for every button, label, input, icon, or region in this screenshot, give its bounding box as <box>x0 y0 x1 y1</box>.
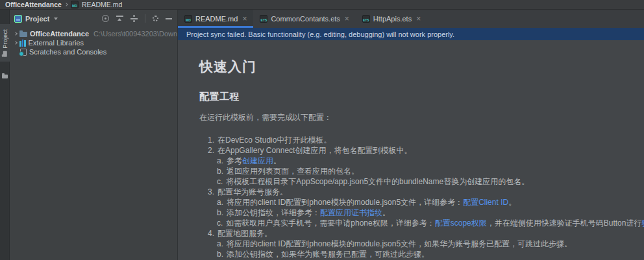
text-segment: 。 <box>508 198 516 207</box>
list-item: c.如需获取用户真实手机号，需要申请phone权限，详细参考：配置scope权限… <box>199 218 644 228</box>
file-type-label: ETS <box>261 18 267 22</box>
hide-icon[interactable] <box>166 18 172 19</box>
text-segment: 将模板工程根目录下AppScope/app.json5文件中的bundleNam… <box>226 177 529 186</box>
breadcrumb-project[interactable]: OfficeAttendance <box>5 1 62 8</box>
list-marker: a. <box>217 239 223 248</box>
sync-failed-banner: Project sync failed. Basic functionality… <box>178 28 644 40</box>
project-panel-header: Project <box>10 10 177 27</box>
tool-window-tab-project[interactable]: Project <box>0 24 10 62</box>
readme-title: 快速入门 <box>199 58 644 76</box>
list-item: a.参考创建应用。 <box>199 156 644 166</box>
chevron-down-icon[interactable] <box>54 18 58 20</box>
chevron-right-icon <box>64 3 68 6</box>
list-marker: 3. <box>208 187 214 196</box>
list-marker: b. <box>217 167 223 176</box>
list-marker: a. <box>217 198 223 207</box>
text-segment: 在AppGallery Connect创建应用，将包名配置到模板中。 <box>217 146 412 155</box>
list-marker: 4. <box>208 229 214 238</box>
text-segment: 配置地图服务。 <box>217 229 272 238</box>
file-type-label: MD <box>186 18 191 22</box>
list-item: c.将模板工程根目录下AppScope/app.json5文件中的bundleN… <box>199 176 644 187</box>
tree-row-folder[interactable]: OfficeAttendanceC:\Users\t00943203\Downl… <box>10 29 177 38</box>
readme-section-title: 配置工程 <box>199 91 644 103</box>
list-marker: b. <box>217 250 223 259</box>
scratches-icon <box>20 49 27 56</box>
readme-link[interactable]: 创建应用 <box>242 156 273 165</box>
readme-steps: 1.在DevEco Studio中打开此模板。2.在AppGallery Con… <box>199 135 644 260</box>
list-item: 2.在AppGallery Connect创建应用，将包名配置到模板中。 <box>199 145 644 156</box>
text-segment: 添加公钥指纹，如果华为账号服务已配置，可跳过此步骤。 <box>227 250 429 259</box>
close-icon[interactable]: × <box>416 15 421 23</box>
tool-window-tab-label: Project <box>1 29 8 49</box>
readme-link[interactable]: 配置scope权限 <box>435 219 487 228</box>
divider <box>145 14 145 23</box>
library-icon <box>19 40 26 47</box>
folder-icon <box>19 32 27 37</box>
project-tree: OfficeAttendanceC:\Users\t00943203\Downl… <box>10 27 177 56</box>
readme-preview: 快速入门 配置工程 在运行此模板前，需要完成以下配置： 1.在DevEco St… <box>178 40 644 260</box>
list-marker: 1. <box>208 136 214 145</box>
list-item: b.返回应用列表页面，查看应用的包名。 <box>199 166 644 176</box>
tree-row-scratches[interactable]: Scratches and Consoles <box>10 47 177 56</box>
breadcrumb: OfficeAttendance MD README.md <box>0 0 644 10</box>
text-segment: 返回应用列表页面，查看应用的包名。 <box>227 167 359 176</box>
readme-link[interactable]: 配置应用证书指纹 <box>320 208 382 217</box>
ets-file-icon: ETS <box>260 15 267 23</box>
tree-item-path: C:\Users\t00943203\Downloads\ <box>93 30 177 38</box>
text-segment: 如需获取用户真实手机号，需要申请phone权限，详细参考： <box>226 219 434 228</box>
list-item: 3.配置华为账号服务。 <box>199 187 644 197</box>
readme-link[interactable]: 验证获取手机号码 <box>641 219 644 228</box>
banner-text: Project sync failed. Basic functionality… <box>186 30 454 38</box>
readme-intro: 在运行此模板前，需要完成以下配置： <box>199 112 644 123</box>
settings-icon[interactable] <box>153 16 158 21</box>
list-marker: c. <box>217 219 223 228</box>
tool-window-strip: Project <box>0 10 10 260</box>
text-segment: 配置华为账号服务。 <box>217 187 288 196</box>
file-type-label: MD <box>72 4 77 8</box>
panel-toolbar <box>102 14 172 23</box>
tab-label: README.md <box>195 15 238 23</box>
collapse-all-icon[interactable] <box>116 15 123 22</box>
close-icon[interactable]: × <box>242 15 247 23</box>
text-segment: 添加公钥指纹，详细参考： <box>227 208 320 217</box>
project-panel: Project OfficeAttendanceC:\Users\t009432… <box>10 10 178 260</box>
chevron-right-icon[interactable] <box>14 32 18 36</box>
tree-item-label: OfficeAttendance <box>30 30 89 38</box>
breadcrumb-file[interactable]: README.md <box>82 1 122 8</box>
text-segment: 将应用的client ID配置到phone模块的module.json5文件，详… <box>227 198 463 207</box>
list-item: a.将应用的client ID配置到phone模块的module.json5文件… <box>199 197 644 207</box>
folder-icon <box>3 51 7 56</box>
text-segment: ，并在端侧使用快速验证手机号码Button进行 <box>487 219 642 228</box>
readme-link[interactable]: 配置Client ID <box>463 198 508 207</box>
project-panel-title[interactable]: Project <box>25 15 49 23</box>
file-type-label: ETS <box>363 18 369 22</box>
favorites-folder-icon[interactable] <box>2 75 8 78</box>
list-marker: b. <box>217 208 223 217</box>
project-tool-window-icon <box>14 15 22 23</box>
list-item: a.将应用的client ID配置到phone模块的module.json5文件… <box>199 239 644 249</box>
list-item: b.添加公钥指纹，详细参考：配置应用证书指纹。 <box>199 207 644 218</box>
text-segment: 在DevEco Studio中打开此模板。 <box>217 136 331 145</box>
tree-item-label: External Libraries <box>29 39 84 47</box>
tab-label: CommonContants.ets <box>271 15 340 23</box>
tree-row-library[interactable]: External Libraries <box>10 38 177 47</box>
editor-area: MDREADME.md×ETSCommonContants.ets×ETSHtt… <box>178 10 644 260</box>
chevron-right-icon[interactable] <box>14 41 18 45</box>
tab-commoncontants-ets[interactable]: ETSCommonContants.ets× <box>253 10 355 28</box>
expand-collapse-icon[interactable] <box>130 15 138 22</box>
tab-label: HttpApis.ets <box>373 15 412 23</box>
locate-icon[interactable] <box>102 15 109 22</box>
list-marker: 2. <box>208 146 214 155</box>
tab-readme-md[interactable]: MDREADME.md× <box>178 10 253 28</box>
list-marker: c. <box>217 177 223 186</box>
ets-file-icon: ETS <box>362 15 370 23</box>
tab-httpapis-ets[interactable]: ETSHttpApis.ets× <box>356 10 427 28</box>
list-marker: a. <box>217 156 223 165</box>
text-segment: 。 <box>382 208 390 217</box>
text-segment: 。 <box>273 156 281 165</box>
list-item: 4.配置地图服务。 <box>199 228 644 239</box>
close-icon[interactable]: × <box>345 15 349 23</box>
md-file-icon: MD <box>71 1 79 8</box>
ide-window: OfficeAttendance MD README.md Project Pr… <box>0 0 644 260</box>
main-area: Project Project OfficeAttendanceC:\Users… <box>0 10 644 260</box>
